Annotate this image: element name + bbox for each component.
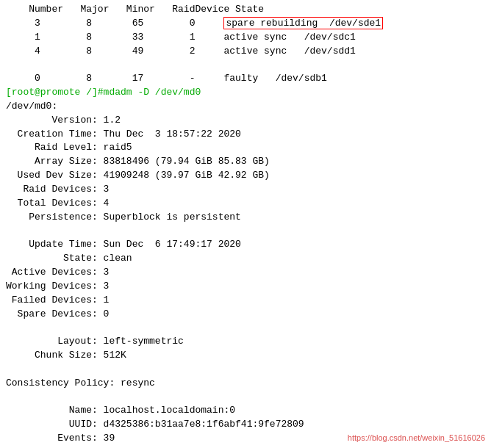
terminal-output: Number Major Minor RaidDevice State 3 8 … [6,3,485,448]
watermark: https://blog.csdn.net/weixin_51616026 [348,433,485,442]
